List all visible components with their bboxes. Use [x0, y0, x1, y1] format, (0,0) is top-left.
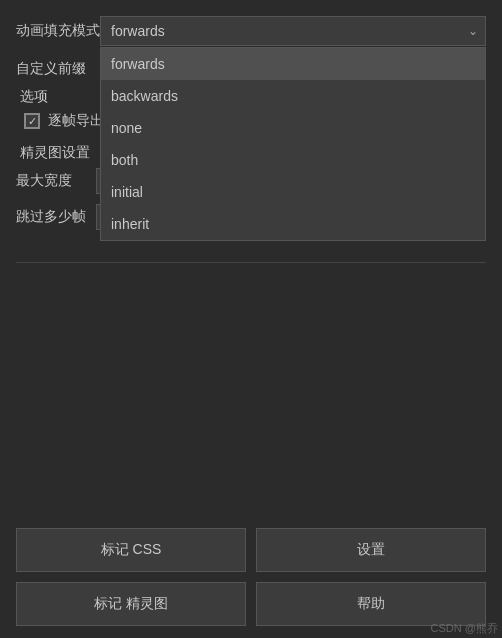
skip-frames-label: 跳过多少帧 [16, 208, 96, 226]
fill-mode-menu: forwards backwards none both initial inh… [100, 47, 486, 241]
custom-prefix-label: 自定义前缀 [16, 60, 96, 78]
chevron-down-icon: ⌄ [468, 24, 478, 38]
option-forwards[interactable]: forwards [101, 48, 485, 80]
option-backwards[interactable]: backwards [101, 80, 485, 112]
settings-button[interactable]: 设置 [256, 528, 486, 572]
option-inherit[interactable]: inherit [101, 208, 485, 240]
checkmark-icon: ✓ [28, 116, 37, 127]
fill-mode-dropdown-wrapper: forwards ⌄ forwards backwards none both … [100, 16, 486, 46]
watermark: CSDN @熊乔 [431, 621, 498, 636]
option-both[interactable]: both [101, 144, 485, 176]
fill-mode-row: 动画填充模式 forwards ⌄ forwards backwards non… [16, 16, 486, 46]
frame-export-checkbox[interactable]: ✓ [24, 113, 40, 129]
help-button[interactable]: 帮助 [256, 582, 486, 626]
frame-export-checkbox-wrapper[interactable]: ✓ 逐帧导出 [24, 112, 104, 130]
divider [16, 262, 486, 263]
fill-mode-label: 动画填充模式 [16, 22, 100, 40]
mark-css-button[interactable]: 标记 CSS [16, 528, 246, 572]
mark-sprite-button[interactable]: 标记 精灵图 [16, 582, 246, 626]
fill-mode-dropdown[interactable]: forwards ⌄ [100, 16, 486, 46]
frame-export-label: 逐帧导出 [48, 112, 104, 130]
max-width-label: 最大宽度 [16, 172, 96, 190]
button-grid: 标记 CSS 设置 标记 精灵图 帮助 [16, 528, 486, 626]
fill-mode-selected: forwards [111, 23, 165, 39]
main-panel: 动画填充模式 forwards ⌄ forwards backwards non… [0, 0, 502, 638]
option-initial[interactable]: initial [101, 176, 485, 208]
option-none[interactable]: none [101, 112, 485, 144]
